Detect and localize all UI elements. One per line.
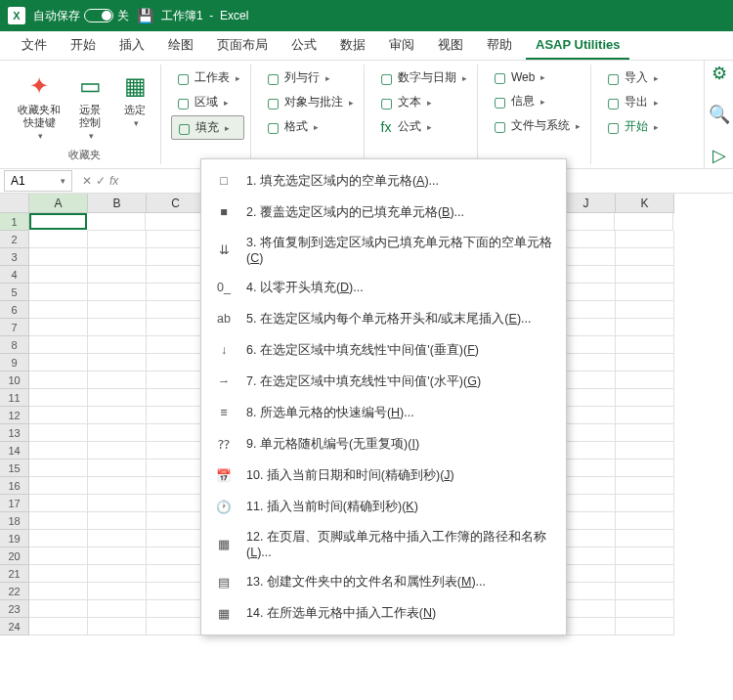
- menu-item-9[interactable]: ⁇9. 单元格随机编号(无重复项)(I): [201, 428, 566, 459]
- cell[interactable]: [88, 231, 147, 248]
- tab-公式[interactable]: 公式: [281, 30, 326, 60]
- cell[interactable]: [29, 231, 88, 248]
- cell[interactable]: [88, 301, 147, 319]
- cell[interactable]: [147, 565, 205, 583]
- cell[interactable]: [616, 301, 674, 319]
- tab-审阅[interactable]: 审阅: [379, 30, 424, 60]
- tab-数据[interactable]: 数据: [330, 30, 375, 60]
- cell[interactable]: [29, 442, 88, 459]
- cell[interactable]: [147, 301, 205, 319]
- ribbon-导出[interactable]: ▢导出▸: [601, 91, 663, 113]
- cell[interactable]: [147, 424, 205, 442]
- menu-item-6[interactable]: ↓6. 在选定区域中填充线性'中间值'(垂直)(F): [201, 334, 566, 366]
- cell[interactable]: [147, 512, 205, 530]
- cell[interactable]: [147, 407, 205, 424]
- row-header[interactable]: 14: [0, 442, 29, 459]
- row-header[interactable]: 7: [0, 319, 29, 336]
- tab-帮助[interactable]: 帮助: [477, 30, 522, 60]
- row-header[interactable]: 9: [0, 354, 29, 372]
- cell[interactable]: [147, 530, 205, 547]
- cell[interactable]: [88, 583, 147, 600]
- cell[interactable]: [29, 495, 88, 512]
- cell[interactable]: [147, 495, 205, 512]
- cell[interactable]: [616, 618, 674, 635]
- cell[interactable]: [147, 354, 205, 372]
- cell[interactable]: [147, 477, 205, 495]
- ribbon-列与行[interactable]: ▢列与行▸: [261, 66, 358, 89]
- row-header[interactable]: 19: [0, 530, 29, 547]
- cell[interactable]: [29, 512, 88, 530]
- cell[interactable]: [616, 248, 674, 266]
- row-header[interactable]: 17: [0, 495, 29, 512]
- row-header[interactable]: 21: [0, 565, 29, 583]
- cell[interactable]: [146, 213, 204, 231]
- col-header[interactable]: A: [29, 194, 88, 213]
- row-header[interactable]: 1: [0, 213, 29, 231]
- cell[interactable]: [88, 459, 147, 477]
- row-header[interactable]: 20: [0, 547, 29, 565]
- cell[interactable]: [616, 547, 674, 565]
- cell[interactable]: [616, 512, 674, 530]
- cell[interactable]: [616, 424, 674, 442]
- row-header[interactable]: 15: [0, 459, 29, 477]
- menu-item-13[interactable]: ▤13. 创建文件夹中的文件名和属性列表(M)...: [201, 566, 566, 597]
- row-header[interactable]: 22: [0, 583, 29, 600]
- cell[interactable]: [147, 372, 205, 389]
- cell[interactable]: [29, 600, 88, 618]
- cell[interactable]: [616, 389, 674, 407]
- menu-item-11[interactable]: 🕐11. 插入当前时间(精确到秒)(K): [201, 491, 566, 522]
- tab-文件[interactable]: 文件: [12, 30, 57, 60]
- cell[interactable]: [147, 618, 205, 635]
- ribbon-数字与日期[interactable]: ▢数字与日期▸: [374, 66, 471, 89]
- cell[interactable]: [147, 583, 205, 600]
- tab-页面布局[interactable]: 页面布局: [207, 30, 278, 60]
- cell[interactable]: [88, 477, 147, 495]
- cell[interactable]: [88, 266, 147, 284]
- cell[interactable]: [616, 354, 674, 372]
- row-header[interactable]: 5: [0, 284, 29, 301]
- cell[interactable]: [147, 231, 205, 248]
- share-icon[interactable]: ⚙: [711, 63, 727, 84]
- cell[interactable]: [616, 231, 674, 248]
- ribbon-填充[interactable]: ▢填充▸: [171, 115, 244, 140]
- menu-item-14[interactable]: ▦14. 在所选单元格中插入工作表(N): [201, 597, 566, 629]
- row-header[interactable]: 2: [0, 231, 29, 248]
- cell[interactable]: [616, 530, 674, 547]
- cell[interactable]: [147, 284, 205, 301]
- ribbon-文件与系统[interactable]: ▢文件与系统▸: [488, 114, 584, 137]
- ribbon-格式[interactable]: ▢格式▸: [261, 115, 358, 138]
- menu-item-8[interactable]: ≡8. 所选单元格的快速编号(H)...: [201, 397, 566, 428]
- menu-item-2[interactable]: ■2. 覆盖选定区域内的已填充单元格(B)...: [201, 197, 566, 228]
- cell[interactable]: [88, 407, 147, 424]
- autosave-toggle[interactable]: 自动保存 关: [33, 8, 129, 24]
- cell[interactable]: [616, 284, 674, 301]
- cell[interactable]: [616, 319, 674, 336]
- row-header[interactable]: 24: [0, 618, 29, 635]
- save-icon[interactable]: 💾: [137, 8, 153, 23]
- row-header[interactable]: 23: [0, 600, 29, 618]
- cell[interactable]: [147, 600, 205, 618]
- cell[interactable]: [29, 301, 88, 319]
- cell[interactable]: [616, 477, 674, 495]
- cell[interactable]: [147, 319, 205, 336]
- cancel-icon[interactable]: ✕: [82, 174, 92, 188]
- cell[interactable]: [29, 213, 87, 230]
- cell[interactable]: [29, 477, 88, 495]
- menu-item-7[interactable]: →7. 在选定区域中填充线性'中间值'(水平)(G): [201, 366, 566, 397]
- cell[interactable]: [29, 284, 88, 301]
- select-all-corner[interactable]: [0, 194, 29, 213]
- cell[interactable]: [147, 389, 205, 407]
- row-header[interactable]: 4: [0, 266, 29, 284]
- ribbon-overflow[interactable]: ⚙ 🔍 ▷: [704, 61, 733, 168]
- cell[interactable]: [88, 547, 147, 565]
- cell[interactable]: [147, 266, 205, 284]
- cell[interactable]: [616, 583, 674, 600]
- cell[interactable]: [88, 284, 147, 301]
- cell[interactable]: [88, 565, 147, 583]
- cell[interactable]: [29, 530, 88, 547]
- cell[interactable]: [29, 565, 88, 583]
- cell[interactable]: [615, 213, 673, 231]
- cell[interactable]: [29, 407, 88, 424]
- cell[interactable]: [29, 618, 88, 635]
- name-box[interactable]: A1▾: [4, 170, 72, 192]
